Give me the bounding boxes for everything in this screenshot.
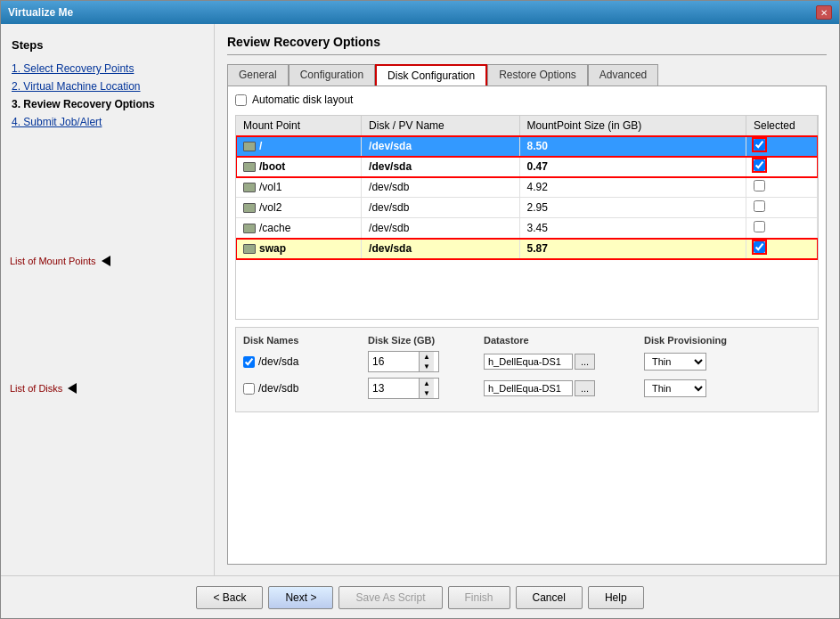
cancel-button[interactable]: Cancel (516, 586, 583, 609)
back-button[interactable]: < Back (196, 586, 263, 609)
table-row[interactable]: /cache/dev/sdb3.45 (236, 218, 818, 239)
disk-icon (243, 203, 256, 213)
disk-section-header: Disk Names Disk Size (GB) Datastore Disk… (243, 335, 811, 346)
row-checkbox[interactable] (754, 221, 765, 232)
provision-select[interactable]: Thin Thick (644, 379, 706, 397)
spin-up[interactable]: ▲ (420, 379, 434, 388)
disk-size-input-wrapper: ▲ ▼ (368, 351, 439, 372)
disk-icon (243, 162, 256, 172)
tab-bar: General Configuration Disk Configuration… (227, 64, 827, 86)
disk-icon (243, 183, 256, 192)
datastore-cell: ... (484, 380, 644, 396)
disk-name-cell: /dev/sda (243, 355, 368, 368)
tab-configuration[interactable]: Configuration (289, 64, 375, 86)
tab-general[interactable]: General (227, 64, 289, 86)
browse-button[interactable]: ... (575, 380, 595, 396)
row-checkbox[interactable] (754, 241, 765, 253)
content-area: Steps 1. Select Recovery Points 2. Virtu… (1, 24, 839, 575)
disk-checkbox[interactable] (243, 383, 255, 395)
bottom-bar: < Back Next > Save As Script Finish Canc… (1, 575, 839, 618)
auto-layout-checkbox[interactable] (235, 94, 247, 106)
table-row[interactable]: /vol2/dev/sdb2.95 (236, 198, 818, 218)
spin-buttons: ▲ ▼ (419, 352, 434, 371)
size-cell: 5.87 (519, 239, 746, 259)
finish-button[interactable]: Finish (448, 586, 510, 609)
tab-restore-options[interactable]: Restore Options (487, 64, 588, 86)
sidebar-heading: Steps (12, 38, 203, 52)
panel-title: Review Recovery Options (227, 35, 827, 55)
disk-col-provision: Disk Provisioning (644, 335, 787, 346)
mount-point-cell: /boot (236, 157, 362, 177)
selected-cell (746, 136, 818, 157)
provision-cell: Thin Thick (644, 379, 787, 397)
datastore-input[interactable] (484, 380, 573, 396)
disk-icon (243, 244, 256, 254)
disk-name-cell: /dev/sda (362, 136, 520, 157)
row-checkbox[interactable] (754, 200, 765, 212)
row-checkbox[interactable] (754, 180, 765, 191)
list-disks-label: List of Disks (10, 383, 77, 394)
spin-buttons: ▲ ▼ (419, 379, 434, 398)
spin-up[interactable]: ▲ (420, 352, 434, 362)
sidebar: Steps 1. Select Recovery Points 2. Virtu… (1, 24, 215, 575)
disk-checkbox[interactable] (243, 356, 255, 368)
tab-content: Automatic disk layout Mount Point Disk /… (227, 86, 827, 565)
list-mount-points-label: List of Mount Points (10, 256, 110, 266)
window-title: Virtualize Me (8, 6, 73, 19)
browse-button[interactable]: ... (575, 354, 595, 370)
mount-point-cell: /cache (236, 218, 362, 239)
mount-point-cell: swap (236, 239, 362, 259)
sidebar-item-1[interactable]: 1. Select Recovery Points (12, 62, 203, 75)
disk-name-cell: /dev/sdb (362, 177, 520, 198)
close-button[interactable]: ✕ (816, 5, 832, 20)
disk-size-input[interactable] (369, 380, 419, 396)
mount-points-arrow (102, 256, 110, 266)
datastore-cell: ... (484, 354, 644, 370)
next-button[interactable]: Next > (268, 586, 333, 609)
size-cell: 4.92 (519, 177, 746, 198)
selected-cell (746, 198, 818, 218)
sidebar-item-2[interactable]: 2. Virtual Machine Location (12, 80, 203, 93)
provision-cell: Thin Thick (644, 353, 787, 371)
mount-point-cell: /vol2 (236, 198, 362, 218)
table-row[interactable]: /boot/dev/sda0.47 (236, 157, 818, 177)
disk-icon (243, 142, 256, 151)
selected-cell (746, 218, 818, 239)
disk-size-input-wrapper: ▲ ▼ (368, 378, 439, 399)
table-row[interactable]: /vol1/dev/sdb4.92 (236, 177, 818, 198)
datastore-input[interactable] (484, 354, 573, 370)
provision-select[interactable]: Thin Thick (644, 353, 706, 371)
selected-cell (746, 177, 818, 198)
disk-name-cell: /dev/sdb (362, 218, 520, 239)
disk-name-cell: /dev/sdb (243, 382, 368, 395)
disk-icon (243, 224, 256, 233)
spin-down[interactable]: ▼ (420, 388, 434, 398)
disk-size-cell: ▲ ▼ (368, 351, 484, 372)
tab-disk-configuration[interactable]: Disk Configuration (375, 64, 487, 86)
row-checkbox[interactable] (754, 139, 765, 151)
size-cell: 3.45 (519, 218, 746, 239)
sidebar-item-4[interactable]: 4. Submit Job/Alert (12, 116, 203, 128)
title-bar: Virtualize Me ✕ (1, 1, 839, 24)
disk-col-datastore: Datastore (484, 335, 644, 346)
auto-layout-label: Automatic disk layout (252, 94, 353, 106)
table-row[interactable]: swap/dev/sda5.87 (236, 239, 818, 259)
help-button[interactable]: Help (588, 586, 644, 609)
spin-down[interactable]: ▼ (420, 362, 434, 371)
sidebar-item-3: 3. Review Recovery Options (12, 98, 203, 110)
row-checkbox[interactable] (754, 159, 765, 171)
save-as-script-button[interactable]: Save As Script (338, 586, 442, 609)
table-row[interactable]: //dev/sda8.50 (236, 136, 818, 157)
main-panel: Review Recovery Options General Configur… (215, 24, 839, 575)
tab-advanced[interactable]: Advanced (588, 64, 658, 86)
size-cell: 0.47 (519, 157, 746, 177)
sidebar-steps: 1. Select Recovery Points 2. Virtual Mac… (12, 62, 203, 128)
disk-name-cell: /dev/sda (362, 239, 520, 259)
disk-section: Disk Names Disk Size (GB) Datastore Disk… (235, 327, 819, 412)
selected-cell (746, 157, 818, 177)
disk-col-size: Disk Size (GB) (368, 335, 484, 346)
size-cell: 8.50 (519, 136, 746, 157)
selected-cell (746, 239, 818, 259)
col-selected: Selected (746, 116, 818, 136)
disk-size-input[interactable] (369, 354, 419, 370)
